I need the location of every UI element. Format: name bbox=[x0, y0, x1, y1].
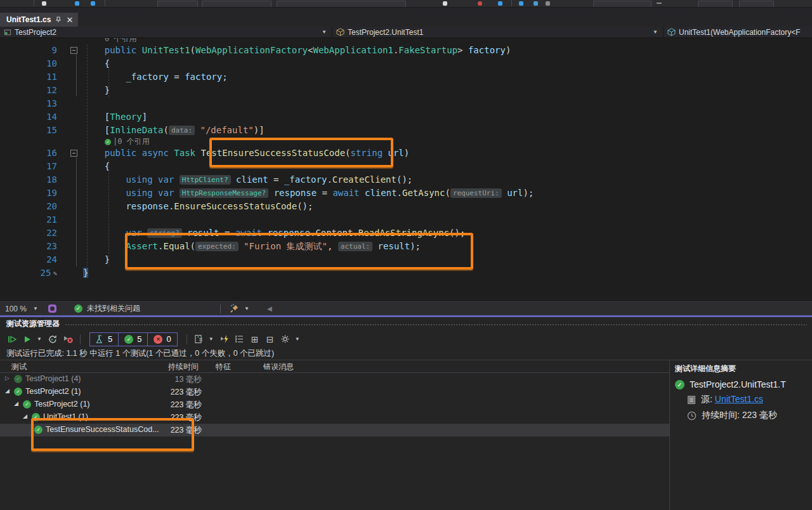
line-number[interactable]: 18 bbox=[0, 173, 57, 186]
column-test[interactable]: 测试 bbox=[11, 362, 27, 372]
line-number[interactable]: 23 bbox=[0, 240, 57, 253]
code-line[interactable]: 20 response.EnsureSuccessStatusCode(); bbox=[0, 200, 812, 213]
code-text[interactable]: using var HttpResponseMessage? response … bbox=[83, 186, 534, 200]
panel-drag-handle[interactable] bbox=[65, 324, 807, 327]
code-text[interactable]: using var HttpClient? client = _factory.… bbox=[83, 173, 412, 186]
toolbar-dropdown[interactable] bbox=[698, 1, 733, 7]
code-line[interactable]: 25✎} bbox=[0, 266, 812, 280]
toolbar-icon[interactable] bbox=[75, 1, 79, 6]
breadcrumb-member[interactable]: UnitTest1(WebApplicationFactory<F bbox=[664, 27, 812, 37]
toolbar-icon[interactable] bbox=[534, 1, 538, 6]
test-tree-row[interactable]: ✓TestEnsureSuccessStatusCod...223 毫秒 bbox=[0, 424, 669, 436]
fold-toggle[interactable]: − bbox=[70, 150, 77, 157]
line-number[interactable]: 17 bbox=[0, 160, 57, 173]
line-number[interactable]: 11 bbox=[0, 70, 57, 84]
toolbar-icon[interactable] bbox=[443, 1, 447, 6]
code-line[interactable]: 16− public async Task TestEnsureSuccessS… bbox=[0, 147, 812, 160]
save-icon[interactable] bbox=[42, 1, 46, 6]
line-number[interactable]: 9 bbox=[0, 44, 57, 57]
line-number[interactable]: 15 bbox=[0, 124, 57, 137]
collapse-all-icon[interactable]: ⊟ bbox=[265, 334, 276, 345]
code-line[interactable]: 9− public UnitTest1(WebApplicationFactor… bbox=[0, 44, 812, 57]
hscroll-left-arrow[interactable]: ◀ bbox=[267, 305, 272, 312]
code-editor[interactable]: 0 个引用 9− public UnitTest1(WebApplication… bbox=[0, 38, 812, 301]
test-tree-row[interactable]: ▷✓TestProject1 (4)13 毫秒 bbox=[0, 373, 669, 386]
expand-arrow-icon[interactable]: ▷ bbox=[5, 375, 10, 381]
line-number[interactable]: 13 bbox=[0, 97, 57, 110]
test-tree-row[interactable]: ◢✓TestProject2 (1)223 毫秒 bbox=[0, 398, 669, 411]
run-all-tests-button[interactable] bbox=[6, 334, 18, 345]
run-until-failure-button[interactable] bbox=[219, 334, 230, 345]
toolbar-icon[interactable] bbox=[546, 1, 550, 6]
run-button[interactable] bbox=[22, 334, 33, 345]
code-line[interactable]: 19 using var HttpResponseMessage? respon… bbox=[0, 186, 812, 200]
collapse-arrow-icon[interactable]: ◢ bbox=[5, 388, 10, 394]
code-text[interactable]: } bbox=[83, 266, 88, 280]
code-text[interactable]: response.EnsureSuccessStatusCode(); bbox=[83, 200, 313, 213]
settings-gear-icon[interactable] bbox=[280, 334, 291, 345]
pin-icon[interactable] bbox=[55, 16, 62, 23]
code-text[interactable]: _factory = factory; bbox=[83, 70, 228, 84]
line-number[interactable]: 12 bbox=[0, 84, 57, 97]
line-number[interactable]: 20 bbox=[0, 200, 57, 213]
toolbar-dropdown[interactable] bbox=[277, 1, 406, 7]
code-text[interactable]: var string? result = await response.Cont… bbox=[83, 226, 465, 240]
fold-toggle[interactable]: − bbox=[70, 47, 77, 54]
repeat-last-run-button[interactable] bbox=[47, 334, 58, 345]
breadcrumb-type[interactable]: TestProject2.UnitTest1 ▼ bbox=[332, 27, 664, 37]
line-number[interactable]: 21 bbox=[0, 213, 57, 226]
code-line[interactable]: 17 { bbox=[0, 160, 812, 173]
line-number[interactable]: 22 bbox=[0, 226, 57, 240]
code-text[interactable]: Assert.Equal(expected: "Furion 集成测试", ac… bbox=[83, 240, 421, 253]
code-line[interactable]: 18 using var HttpClient? client = _facto… bbox=[0, 173, 812, 186]
filter-failed[interactable]: ✕ 0 bbox=[148, 333, 176, 346]
chevron-down-icon[interactable]: ▼ bbox=[37, 336, 43, 342]
zoom-selector[interactable]: 100 % ▼ bbox=[0, 304, 44, 313]
toolbar-icon[interactable] bbox=[519, 1, 523, 6]
code-text[interactable]: public async Task TestEnsureSuccessStatu… bbox=[83, 147, 409, 160]
code-line[interactable]: 24 } bbox=[0, 253, 812, 266]
toolbar-icon[interactable] bbox=[498, 1, 502, 6]
expand-all-icon[interactable]: ⊞ bbox=[249, 334, 261, 345]
line-number[interactable]: 24 bbox=[0, 253, 57, 266]
filter-passed[interactable]: ✓ 5 bbox=[119, 333, 148, 346]
toolbar-dropdown[interactable] bbox=[202, 1, 272, 7]
code-cleanup-button[interactable]: ▼ bbox=[230, 304, 249, 313]
close-icon[interactable]: ✕ bbox=[66, 16, 73, 24]
test-tree-row[interactable]: ◢✓TestProject2 (1)223 毫秒 bbox=[0, 386, 669, 398]
code-line[interactable]: 13 bbox=[0, 97, 812, 110]
column-traits[interactable]: 特征 bbox=[216, 362, 231, 372]
column-duration[interactable]: 持续时间 bbox=[168, 362, 199, 372]
codelens-references[interactable]: ✓|0 个引用 bbox=[0, 137, 812, 147]
collapse-arrow-icon[interactable]: ◢ bbox=[23, 413, 27, 419]
playlist-button[interactable] bbox=[193, 334, 205, 345]
code-line[interactable]: 21 bbox=[0, 213, 812, 226]
breadcrumb-project[interactable]: TestProject2 ▼ bbox=[0, 27, 332, 37]
stop-icon[interactable] bbox=[478, 1, 482, 6]
chevron-down-icon[interactable]: ▼ bbox=[209, 336, 215, 342]
toolbar-dropdown[interactable] bbox=[157, 1, 198, 7]
toolbar-dropdown[interactable] bbox=[593, 1, 652, 7]
line-number[interactable]: 14 bbox=[0, 110, 57, 124]
toolbar-dropdown[interactable] bbox=[739, 1, 774, 7]
code-line[interactable]: 23 Assert.Equal(expected: "Furion 集成测试",… bbox=[0, 240, 812, 253]
code-line[interactable]: 12 } bbox=[0, 84, 812, 97]
code-line[interactable]: 11 _factory = factory; bbox=[0, 70, 812, 84]
cancel-run-button[interactable] bbox=[62, 334, 74, 345]
code-text[interactable]: public UnitTest1(WebApplicationFactory<W… bbox=[83, 44, 511, 57]
document-health[interactable]: ✓ 未找到相关问题 bbox=[74, 303, 140, 314]
column-error[interactable]: 错误消息 bbox=[263, 362, 294, 372]
chevron-down-icon[interactable]: ▼ bbox=[295, 336, 301, 342]
line-number[interactable]: 16 bbox=[0, 147, 57, 160]
group-by-button[interactable] bbox=[234, 334, 246, 345]
collapse-arrow-icon[interactable]: ◢ bbox=[14, 400, 18, 407]
code-line[interactable]: 10 { bbox=[0, 57, 812, 70]
tab-unittest1[interactable]: UnitTest1.cs ✕ bbox=[0, 13, 78, 27]
code-line[interactable]: 22 var string? result = await response.C… bbox=[0, 226, 812, 240]
code-text[interactable]: [Theory] bbox=[83, 110, 147, 124]
code-text[interactable]: [InlineData(data: "/default")] bbox=[83, 124, 265, 137]
line-number[interactable]: 25✎ bbox=[0, 266, 57, 280]
code-line[interactable]: 14 [Theory] bbox=[0, 110, 812, 124]
line-number[interactable]: 10 bbox=[0, 57, 57, 70]
filter-total[interactable]: 5 bbox=[90, 333, 119, 346]
